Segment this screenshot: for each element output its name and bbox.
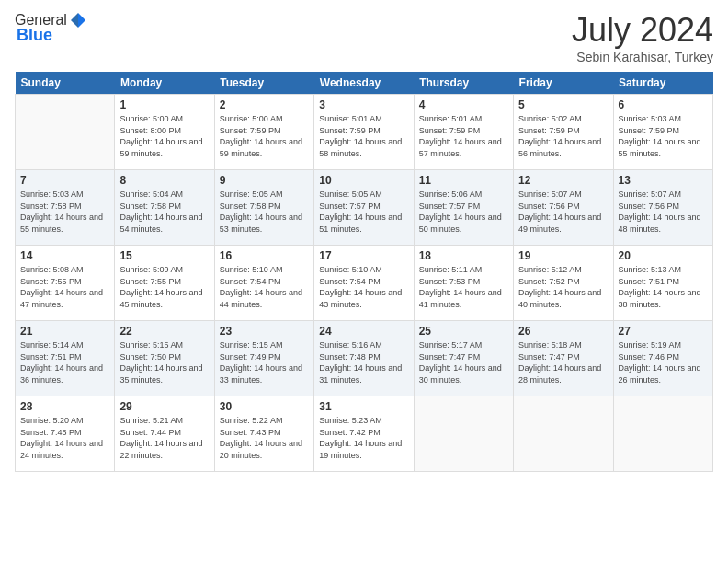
calendar-cell: 7Sunrise: 5:03 AMSunset: 7:58 PMDaylight… — [16, 170, 115, 246]
calendar-week-row: 7Sunrise: 5:03 AMSunset: 7:58 PMDaylight… — [16, 170, 713, 246]
calendar-cell: 30Sunrise: 5:22 AMSunset: 7:43 PMDayligh… — [214, 396, 313, 472]
calendar-cell: 29Sunrise: 5:21 AMSunset: 7:44 PMDayligh… — [115, 396, 214, 472]
day-number: 27 — [619, 325, 708, 338]
day-number: 4 — [419, 98, 508, 111]
calendar-cell: 27Sunrise: 5:19 AMSunset: 7:46 PMDayligh… — [613, 321, 712, 396]
day-info: Sunrise: 5:17 AMSunset: 7:47 PMDaylight:… — [419, 339, 508, 385]
day-info: Sunrise: 5:15 AMSunset: 7:50 PMDaylight:… — [119, 339, 209, 385]
day-info: Sunrise: 5:05 AMSunset: 7:58 PMDaylight:… — [220, 189, 309, 235]
calendar-cell: 10Sunrise: 5:05 AMSunset: 7:57 PMDayligh… — [314, 170, 414, 246]
svg-marker-0 — [78, 13, 85, 28]
day-number: 3 — [319, 98, 408, 111]
calendar-cell: 14Sunrise: 5:08 AMSunset: 7:55 PMDayligh… — [16, 246, 115, 321]
day-info: Sunrise: 5:20 AMSunset: 7:45 PMDaylight:… — [20, 415, 109, 461]
day-info: Sunrise: 5:10 AMSunset: 7:54 PMDaylight:… — [220, 264, 309, 310]
day-number: 9 — [220, 174, 309, 187]
day-info: Sunrise: 5:04 AMSunset: 7:58 PMDaylight:… — [119, 189, 209, 235]
calendar-cell: 24Sunrise: 5:16 AMSunset: 7:48 PMDayligh… — [314, 321, 414, 396]
day-number: 14 — [20, 249, 109, 262]
day-number: 12 — [518, 174, 608, 187]
title-block: July 2024 Sebin Karahisar, Turkey — [572, 11, 713, 64]
calendar-cell: 28Sunrise: 5:20 AMSunset: 7:45 PMDayligh… — [16, 396, 115, 472]
calendar-cell: 25Sunrise: 5:17 AMSunset: 7:47 PMDayligh… — [414, 321, 513, 396]
day-info: Sunrise: 5:06 AMSunset: 7:57 PMDaylight:… — [419, 189, 508, 235]
svg-marker-1 — [71, 13, 78, 28]
calendar-cell: 18Sunrise: 5:11 AMSunset: 7:53 PMDayligh… — [414, 246, 513, 321]
day-info: Sunrise: 5:01 AMSunset: 7:59 PMDaylight:… — [319, 113, 408, 159]
calendar-week-row: 21Sunrise: 5:14 AMSunset: 7:51 PMDayligh… — [16, 321, 713, 396]
day-number: 18 — [419, 249, 508, 262]
day-number: 20 — [619, 249, 708, 262]
day-info: Sunrise: 5:01 AMSunset: 7:59 PMDaylight:… — [419, 113, 508, 159]
day-info: Sunrise: 5:02 AMSunset: 7:59 PMDaylight:… — [518, 113, 608, 159]
calendar-cell — [16, 95, 115, 170]
day-info: Sunrise: 5:12 AMSunset: 7:52 PMDaylight:… — [518, 264, 608, 310]
calendar-cell: 31Sunrise: 5:23 AMSunset: 7:42 PMDayligh… — [314, 396, 414, 472]
day-number: 7 — [20, 174, 109, 187]
page-container: General Blue July 2024 Sebin Karahisar, … — [0, 0, 728, 479]
day-info: Sunrise: 5:10 AMSunset: 7:54 PMDaylight:… — [319, 264, 408, 310]
day-info: Sunrise: 5:09 AMSunset: 7:55 PMDaylight:… — [119, 264, 209, 310]
calendar-cell: 22Sunrise: 5:15 AMSunset: 7:50 PMDayligh… — [115, 321, 214, 396]
calendar-header-row: SundayMondayTuesdayWednesdayThursdayFrid… — [16, 72, 713, 95]
calendar-week-row: 14Sunrise: 5:08 AMSunset: 7:55 PMDayligh… — [16, 246, 713, 321]
calendar-cell: 9Sunrise: 5:05 AMSunset: 7:58 PMDaylight… — [214, 170, 313, 246]
day-info: Sunrise: 5:15 AMSunset: 7:49 PMDaylight:… — [220, 339, 309, 385]
calendar-cell: 11Sunrise: 5:06 AMSunset: 7:57 PMDayligh… — [414, 170, 513, 246]
day-number: 31 — [319, 400, 408, 413]
day-number: 2 — [220, 98, 309, 111]
day-info: Sunrise: 5:03 AMSunset: 7:58 PMDaylight:… — [20, 189, 109, 235]
day-header-monday: Monday — [115, 72, 214, 95]
day-number: 8 — [119, 174, 209, 187]
day-number: 22 — [119, 325, 209, 338]
header: General Blue July 2024 Sebin Karahisar, … — [15, 11, 713, 64]
day-header-thursday: Thursday — [414, 72, 513, 95]
day-info: Sunrise: 5:21 AMSunset: 7:44 PMDaylight:… — [119, 415, 209, 461]
calendar-cell: 26Sunrise: 5:18 AMSunset: 7:47 PMDayligh… — [514, 321, 613, 396]
logo-icon — [69, 11, 87, 29]
day-info: Sunrise: 5:23 AMSunset: 7:42 PMDaylight:… — [319, 415, 408, 461]
day-number: 30 — [220, 400, 309, 413]
day-info: Sunrise: 5:11 AMSunset: 7:53 PMDaylight:… — [419, 264, 508, 310]
day-info: Sunrise: 5:18 AMSunset: 7:47 PMDaylight:… — [518, 339, 608, 385]
day-number: 24 — [319, 325, 408, 338]
day-number: 6 — [619, 98, 708, 111]
day-number: 17 — [319, 249, 408, 262]
day-info: Sunrise: 5:08 AMSunset: 7:55 PMDaylight:… — [20, 264, 109, 310]
calendar-cell — [414, 396, 513, 472]
day-info: Sunrise: 5:07 AMSunset: 7:56 PMDaylight:… — [619, 189, 708, 235]
calendar-cell: 20Sunrise: 5:13 AMSunset: 7:51 PMDayligh… — [613, 246, 712, 321]
calendar-cell: 23Sunrise: 5:15 AMSunset: 7:49 PMDayligh… — [214, 321, 313, 396]
calendar-cell: 16Sunrise: 5:10 AMSunset: 7:54 PMDayligh… — [214, 246, 313, 321]
calendar-cell — [613, 396, 712, 472]
calendar-cell: 17Sunrise: 5:10 AMSunset: 7:54 PMDayligh… — [314, 246, 414, 321]
day-info: Sunrise: 5:13 AMSunset: 7:51 PMDaylight:… — [619, 264, 708, 310]
calendar-table: SundayMondayTuesdayWednesdayThursdayFrid… — [15, 72, 713, 472]
calendar-cell — [514, 396, 613, 472]
logo: General Blue — [15, 11, 87, 45]
day-number: 29 — [119, 400, 209, 413]
day-header-wednesday: Wednesday — [314, 72, 414, 95]
day-number: 10 — [319, 174, 408, 187]
calendar-week-row: 28Sunrise: 5:20 AMSunset: 7:45 PMDayligh… — [16, 396, 713, 472]
day-info: Sunrise: 5:16 AMSunset: 7:48 PMDaylight:… — [319, 339, 408, 385]
calendar-week-row: 1Sunrise: 5:00 AMSunset: 8:00 PMDaylight… — [16, 95, 713, 170]
day-header-sunday: Sunday — [16, 72, 115, 95]
day-number: 26 — [518, 325, 608, 338]
calendar-cell: 1Sunrise: 5:00 AMSunset: 8:00 PMDaylight… — [115, 95, 214, 170]
calendar-cell: 2Sunrise: 5:00 AMSunset: 7:59 PMDaylight… — [214, 95, 313, 170]
day-info: Sunrise: 5:03 AMSunset: 7:59 PMDaylight:… — [619, 113, 708, 159]
day-number: 19 — [518, 249, 608, 262]
day-info: Sunrise: 5:22 AMSunset: 7:43 PMDaylight:… — [220, 415, 309, 461]
day-header-friday: Friday — [514, 72, 613, 95]
day-number: 13 — [619, 174, 708, 187]
calendar-cell: 8Sunrise: 5:04 AMSunset: 7:58 PMDaylight… — [115, 170, 214, 246]
day-number: 23 — [220, 325, 309, 338]
day-number: 28 — [20, 400, 109, 413]
day-info: Sunrise: 5:14 AMSunset: 7:51 PMDaylight:… — [20, 339, 109, 385]
calendar-cell: 4Sunrise: 5:01 AMSunset: 7:59 PMDaylight… — [414, 95, 513, 170]
day-header-tuesday: Tuesday — [214, 72, 313, 95]
day-number: 16 — [220, 249, 309, 262]
location-subtitle: Sebin Karahisar, Turkey — [572, 50, 713, 64]
calendar-cell: 15Sunrise: 5:09 AMSunset: 7:55 PMDayligh… — [115, 246, 214, 321]
